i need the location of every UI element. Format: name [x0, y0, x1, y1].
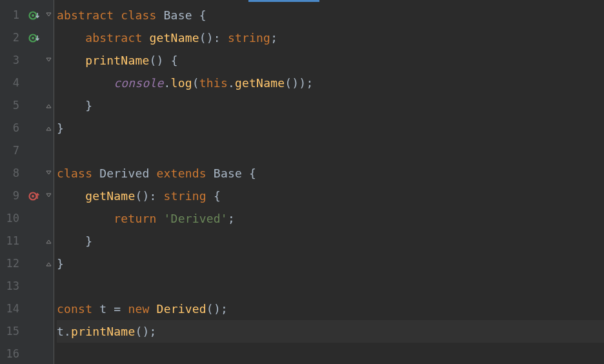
line-number[interactable]: 14	[0, 298, 25, 320]
line-number[interactable]: 13	[0, 275, 25, 298]
line-number[interactable]: 3	[0, 49, 25, 72]
code-line: class Derived extends Base {	[57, 162, 604, 185]
svg-point-3	[32, 37, 34, 39]
implemented-by-icon[interactable]	[25, 26, 44, 49]
line-number[interactable]: 1	[0, 4, 25, 26]
code-line: const t = new Derived();	[57, 298, 604, 320]
fold-close-icon[interactable]	[44, 94, 54, 117]
line-number[interactable]: 15	[0, 320, 25, 343]
line-number[interactable]: 2	[0, 26, 25, 49]
code-line: abstract getName(): string;	[57, 26, 604, 49]
line-number[interactable]: 5	[0, 94, 25, 117]
line-number[interactable]: 11	[0, 230, 25, 252]
active-tab-indicator	[248, 0, 319, 2]
code-line	[57, 343, 604, 364]
code-line: t.printName();	[57, 320, 604, 343]
line-number[interactable]: 6	[0, 117, 25, 139]
code-line: }	[57, 252, 604, 275]
fold-open-icon[interactable]	[44, 162, 54, 185]
code-editor[interactable]: 1 2 3 4 5 6 7 8 9 10 11 12 13 14 15 16	[0, 0, 604, 364]
line-number[interactable]: 12	[0, 252, 25, 275]
implemented-by-icon[interactable]	[25, 4, 44, 26]
fold-open-icon[interactable]	[44, 185, 54, 207]
code-content[interactable]: abstract class Base { abstract getName()…	[54, 0, 604, 364]
code-line: return 'Derived';	[57, 207, 604, 230]
svg-point-1	[32, 14, 34, 17]
code-line: abstract class Base {	[57, 4, 604, 26]
fold-open-icon[interactable]	[44, 49, 54, 72]
code-line: }	[57, 230, 604, 252]
line-number[interactable]: 10	[0, 207, 25, 230]
code-line: printName() {	[57, 49, 604, 72]
marker-gutter	[25, 0, 44, 364]
code-line: }	[57, 94, 604, 117]
svg-point-5	[32, 195, 34, 197]
code-line	[57, 139, 604, 162]
line-number[interactable]: 16	[0, 343, 25, 364]
fold-close-icon[interactable]	[44, 117, 54, 139]
overrides-icon[interactable]	[25, 185, 44, 207]
line-number[interactable]: 4	[0, 72, 25, 94]
fold-close-icon[interactable]	[44, 252, 54, 275]
fold-gutter	[44, 0, 54, 364]
code-line: getName(): string {	[57, 185, 604, 207]
fold-open-icon[interactable]	[44, 4, 54, 26]
code-line	[57, 275, 604, 298]
line-number-gutter: 1 2 3 4 5 6 7 8 9 10 11 12 13 14 15 16	[0, 0, 25, 364]
line-number[interactable]: 9	[0, 185, 25, 207]
code-line: }	[57, 117, 604, 139]
line-number[interactable]: 7	[0, 139, 25, 162]
line-number[interactable]: 8	[0, 162, 25, 185]
code-line: console.log(this.getName());	[57, 72, 604, 94]
fold-close-icon[interactable]	[44, 230, 54, 252]
